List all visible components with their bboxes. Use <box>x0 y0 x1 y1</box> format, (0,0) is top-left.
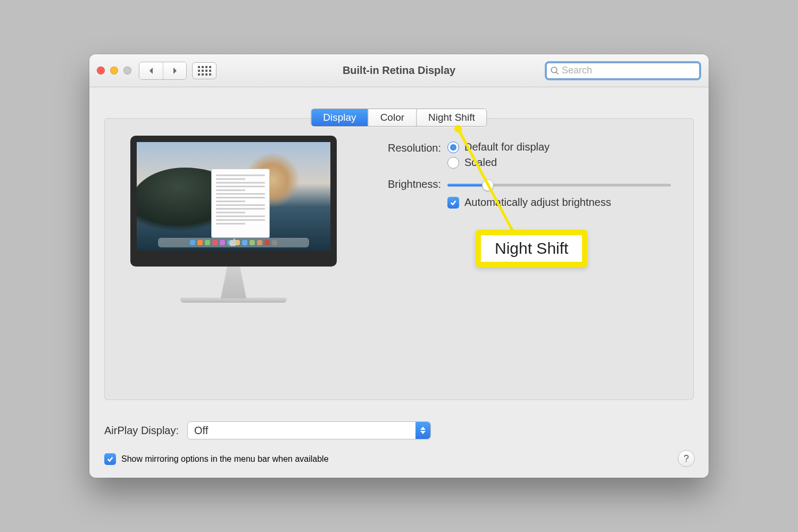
titlebar: Built-in Retina Display <box>89 54 709 87</box>
display-settings: Resolution: Default for display Scaled B… <box>376 141 677 214</box>
tab-color[interactable]: Color <box>368 109 416 126</box>
airplay-select[interactable]: Off <box>187 421 431 439</box>
airplay-label: AirPlay Display: <box>104 425 179 437</box>
show-mirroring-checkbox[interactable] <box>104 453 116 465</box>
check-icon <box>106 455 114 463</box>
show-all-button[interactable] <box>192 62 217 79</box>
window-controls <box>97 66 131 74</box>
search-icon <box>550 66 560 76</box>
resolution-default-label: Default for display <box>464 141 550 153</box>
brightness-label: Brightness: <box>376 177 447 190</box>
search-input[interactable] <box>562 65 696 76</box>
resolution-label: Resolution: <box>376 141 447 154</box>
display-preview-screen <box>130 136 337 267</box>
nav-buttons <box>139 62 187 80</box>
zoom-window-button[interactable] <box>123 66 131 74</box>
brightness-slider[interactable] <box>447 179 671 191</box>
check-icon <box>450 199 457 206</box>
auto-brightness-checkbox[interactable] <box>447 197 459 209</box>
resolution-scaled-label: Scaled <box>464 156 497 169</box>
help-button[interactable]: ? <box>678 450 695 467</box>
show-mirroring-label: Show mirroring options in the menu bar w… <box>121 454 329 464</box>
auto-brightness-label: Automatically adjust brightness <box>464 196 611 209</box>
select-arrows-icon <box>415 422 430 439</box>
night-shift-callout: Night Shift <box>476 230 587 267</box>
back-button[interactable] <box>139 62 163 79</box>
tab-display[interactable]: Display <box>311 109 368 126</box>
search-field[interactable] <box>545 61 701 80</box>
tab-night-shift[interactable]: Night Shift <box>416 109 487 126</box>
display-stand <box>212 267 255 298</box>
close-window-button[interactable] <box>97 66 105 74</box>
question-mark-icon: ? <box>684 453 689 464</box>
preview-document-window <box>211 169 270 238</box>
forward-button[interactable] <box>163 62 186 79</box>
grid-icon <box>198 66 211 76</box>
preferences-window: Built-in Retina Display Display Color Ni… <box>89 54 709 478</box>
resolution-default-radio[interactable] <box>447 142 459 153</box>
brightness-slider-knob[interactable] <box>482 179 494 191</box>
apple-logo-icon <box>229 237 238 247</box>
bottom-section: AirPlay Display: Off Show mirroring opti… <box>104 421 694 465</box>
content-panel: Resolution: Default for display Scaled B… <box>104 118 694 400</box>
tab-bar: Display Color Night Shift <box>311 109 487 127</box>
chevron-right-icon <box>172 66 178 75</box>
airplay-value: Off <box>194 425 208 437</box>
resolution-scaled-radio[interactable] <box>447 157 459 169</box>
chevron-left-icon <box>148 66 154 75</box>
minimize-window-button[interactable] <box>110 66 118 74</box>
display-preview <box>130 136 337 303</box>
